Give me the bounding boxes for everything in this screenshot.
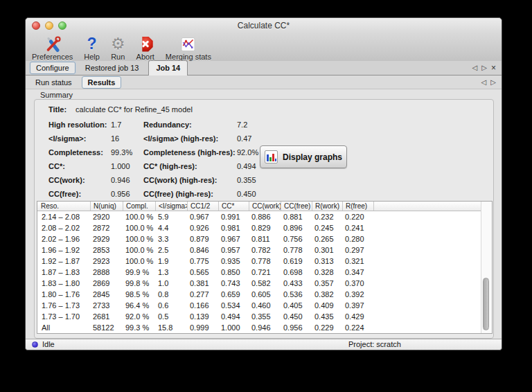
table-cell: 0.429 (342, 311, 373, 322)
tab-configure[interactable]: Configure (30, 62, 76, 74)
subtab-scroll-right-icon[interactable]: ▷ (490, 79, 496, 86)
summary-stat-label: <I/sigma>: (48, 134, 111, 143)
table-cell: 0.433 (281, 278, 312, 289)
table-cell: 0.245 (312, 222, 342, 233)
table-column-header[interactable]: R(free) (342, 202, 373, 211)
table-row[interactable]: All5812299.3 %15.80.9991.0000.9460.9560.… (37, 322, 492, 333)
table-cell: 0.139 (187, 311, 218, 322)
table-cell: 0.265 (312, 233, 342, 244)
preferences-button[interactable]: Preferences (30, 35, 75, 61)
subtab-scroll-left-icon[interactable]: ◁ (481, 79, 487, 86)
table-column-header[interactable]: CC(work) (249, 202, 281, 211)
table-cell (373, 289, 492, 300)
table-cell (373, 211, 492, 222)
table-row[interactable]: 1.92 – 1.872923100.0 %1.90.7750.9350.778… (37, 256, 492, 267)
table-cell: 2929 (90, 233, 123, 244)
table-row[interactable]: 1.73 – 1.70268192.0 %0.50.1390.4940.3550… (37, 311, 492, 322)
table-cell: 0.775 (187, 256, 218, 267)
summary-stat-label: CC(work) (high-res): (143, 176, 237, 184)
table-cell: 0.811 (249, 233, 281, 244)
table-cell: 100.0 % (123, 222, 155, 233)
run-button[interactable]: ⚙ Run (109, 35, 127, 61)
table-cell: 2.5 (155, 244, 187, 256)
table-cell (373, 322, 492, 333)
table-cell: 0.534 (218, 300, 249, 311)
summary-stat-value: 0.355 (237, 176, 493, 184)
table-column-header[interactable]: CC(free) (281, 202, 312, 211)
table-row[interactable]: 2.14 – 2.082920100.0 %5.90.9670.9910.886… (37, 211, 492, 222)
table-cell: 0.896 (281, 222, 312, 233)
table-cell (373, 256, 492, 267)
table-cell: 0.698 (281, 267, 312, 278)
summary-stat-label: CC(free): (48, 190, 111, 198)
table-cell: 0.619 (281, 256, 312, 267)
tab-close-icon[interactable]: × (491, 64, 496, 71)
display-graphs-button[interactable]: Display graphs (260, 145, 347, 168)
table-cell: 3.3 (155, 233, 187, 244)
table-cell: 0.881 (281, 211, 312, 222)
table-row[interactable]: 1.87 – 1.83288899.9 %1.30.5650.8500.7210… (37, 267, 492, 278)
table-cell: 100.0 % (123, 233, 155, 244)
table-cell: 0.232 (312, 211, 342, 222)
merging-stats-button[interactable]: Merging stats (163, 35, 213, 61)
table-cell: 0.756 (281, 233, 312, 244)
question-mark-icon: ? (87, 35, 97, 53)
table-cell: 100.0 % (123, 244, 155, 256)
toolbar-item-label: Help (84, 53, 100, 61)
table-row[interactable]: 1.83 – 1.80286999.8 %1.00.3810.7430.5820… (37, 278, 492, 289)
table-cell: 0.450 (281, 311, 312, 322)
table-vertical-scrollbar[interactable] (481, 202, 492, 333)
table-row[interactable]: 1.96 – 1.922853100.0 %2.50.8460.9570.782… (37, 244, 492, 256)
table-cell: 0.494 (218, 311, 249, 322)
tab-results[interactable]: Results (82, 76, 122, 89)
titlebar: Calculate CC* (26, 18, 502, 33)
table-column-header[interactable]: <I/sigma> (155, 202, 187, 211)
table-column-header[interactable]: Reso. (37, 202, 90, 211)
screen-background: Calculate CC* Preferences ? (0, 0, 532, 392)
status-state: Idle (42, 339, 55, 350)
table-column-header[interactable]: R(work) (312, 202, 342, 211)
table-cell: 0.347 (342, 267, 373, 278)
table-row[interactable]: 1.76 – 1.73273396.4 %0.60.1660.5340.4600… (37, 300, 492, 311)
tab-scroll-left-icon[interactable]: ◁ (472, 64, 478, 71)
table-cell: 0.999 (187, 322, 218, 333)
table-column-header[interactable]: CC1/2 (187, 202, 218, 211)
help-button[interactable]: ? Help (82, 35, 102, 61)
table-row[interactable]: 2.08 – 2.022872100.0 %4.40.9260.9810.829… (37, 222, 492, 233)
table-cell: 2853 (90, 244, 123, 256)
table-cell: 1.92 – 1.87 (37, 256, 90, 267)
table-cell: 1.83 – 1.80 (37, 278, 90, 289)
table-row[interactable]: 2.02 – 1.962929100.0 %3.30.8790.9670.811… (37, 233, 492, 244)
tab-restored-job-13[interactable]: Restored job 13 (80, 62, 145, 73)
gear-icon: ⚙ (111, 35, 125, 53)
tab-scroll-right-icon[interactable]: ▷ (481, 64, 487, 71)
table-row[interactable]: 1.80 – 1.76284598.5 %0.80.2770.6590.6050… (37, 289, 492, 300)
summary-title-row: Title:calculate CC* for Refine_45 model (35, 105, 193, 116)
abort-button[interactable]: Abort (134, 35, 157, 61)
table-cell: 0.536 (281, 289, 312, 300)
table-cell: 1.96 – 1.92 (37, 244, 90, 256)
summary-title-value: calculate CC* for Refine_45 model (76, 105, 193, 114)
table-cell: 100.0 % (123, 211, 155, 222)
table-cell: 0.846 (187, 244, 218, 256)
tab-job-14[interactable]: Job 14 (148, 60, 188, 77)
scrollbar-thumb[interactable] (483, 278, 489, 330)
table-column-header[interactable]: CC* (218, 202, 249, 211)
table-cell: 99.3 % (123, 322, 155, 333)
tab-run-status[interactable]: Run status (30, 77, 78, 88)
table-column-header[interactable]: Compl. (123, 202, 155, 211)
table-cell: 0.957 (218, 244, 249, 256)
tab-nav-controls: ◁ ▷ × (472, 64, 502, 71)
table-cell: 0.405 (281, 300, 312, 311)
summary-stat-label: CC* (high-res): (143, 162, 237, 170)
summary-stat-label: CC(free) (high-res): (143, 190, 237, 198)
table-cell: 0.381 (187, 278, 218, 289)
table-cell: 92.0 % (123, 311, 155, 322)
table-cell: 0.397 (342, 300, 373, 311)
table-cell: 1.87 – 1.83 (37, 267, 90, 278)
table-column-header[interactable] (373, 202, 492, 211)
table-cell: 1.000 (218, 322, 249, 333)
table-cell: 2.08 – 2.02 (37, 222, 90, 233)
table-column-header[interactable]: N(uniq) (90, 202, 123, 211)
summary-stat-value: 1.7 (111, 121, 143, 129)
